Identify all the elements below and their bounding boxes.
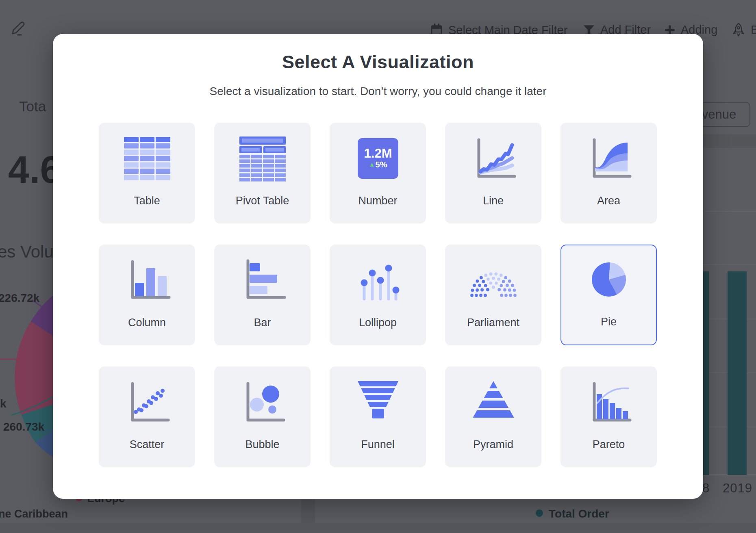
modal-title: Select A Visualization [53,52,703,73]
viz-tile-label: Number [330,195,426,207]
viz-tile-label: Lollipop [330,316,426,329]
pie-label-mid: k [0,397,7,410]
legend-dot-total-order [536,509,543,517]
number-icon: 1.2M 5% [354,135,402,184]
viz-tile-pyramid[interactable]: Pyramid [445,366,541,467]
legend-caribbean-fragment[interactable]: ne Caribbean [0,508,68,520]
viz-tile-funnel[interactable]: Funnel [330,366,426,467]
viz-tile-number[interactable]: 1.2M 5%Number [330,123,426,223]
viz-tile-pivot[interactable]: Pivot Table [214,123,311,223]
number-icon-value: 1.2M [364,146,392,160]
viz-tile-bar[interactable]: Bar [214,245,311,345]
viz-tile-label: Pivot Table [214,195,311,207]
viz-tile-table[interactable]: Table [99,123,195,223]
edit-pencil-icon[interactable] [11,20,27,38]
scatter-icon [123,379,172,427]
pivot-icon [238,135,287,184]
visualization-grid: Table Pivot Table 1.2M 5%Number Line Are… [99,123,657,467]
page-bottom-strip [0,523,756,533]
pie-icon [584,257,633,306]
viz-tile-line[interactable]: Line [445,123,541,223]
viz-tile-label: Pyramid [445,438,541,451]
viz-tile-label: Funnel [330,438,426,451]
parliament-icon [469,257,518,306]
viz-tile-label: Area [560,195,657,207]
viz-tile-label: Scatter [99,438,195,451]
viz-tile-label: Bar [214,316,311,329]
menu-label: B [751,23,756,37]
viz-tile-bubble[interactable]: Bubble [214,366,311,467]
column-icon [123,257,172,306]
area-icon [584,135,633,184]
number-icon-delta: 5% [375,160,387,169]
viz-tile-label: Table [99,195,195,207]
line-icon [469,135,518,184]
viz-tile-lollipop[interactable]: Lollipop [330,245,426,345]
table-icon [123,135,172,184]
revenue-button-label: venue [702,107,736,122]
viz-tile-scatter[interactable]: Scatter [99,366,195,467]
viz-tile-parliament[interactable]: Parliament [445,245,541,345]
pie-chart-title-fragment: es Volu [0,242,54,262]
viz-tile-pie[interactable]: Pie [560,245,657,345]
viz-tile-label: Line [445,195,541,207]
pyramid-icon [469,379,518,427]
pie-label-bottom: 260.73k [3,420,44,433]
x-axis-label-2019: 2019 [723,481,752,496]
lollipop-icon [354,257,402,306]
kpi-title-fragment: Tota [19,98,46,115]
legend-total-order[interactable]: Total Order [549,507,609,520]
rocket-icon [732,22,745,37]
select-visualization-modal: Select A Visualization Select a visualiz… [53,34,703,499]
viz-tile-label: Bubble [214,438,311,451]
pareto-icon [584,379,633,427]
viz-tile-area[interactable]: Area [560,123,657,223]
viz-tile-label: Parliament [445,316,541,329]
bar-icon [238,257,287,306]
funnel-icon [354,379,402,427]
modal-subtitle: Select a visualization to start. Don’t w… [53,85,703,98]
viz-tile-label: Column [99,316,195,329]
menu-build[interactable]: B [732,22,756,37]
x-axis-label-2018-fragment: 8 [702,481,710,496]
viz-tile-label: Pie [561,316,656,328]
viz-tile-column[interactable]: Column [99,245,195,345]
viz-tile-pareto[interactable]: Pareto [560,366,657,467]
viz-tile-label: Pareto [560,438,657,451]
bubble-icon [238,379,287,427]
pie-label-top: 226.72k [0,292,39,305]
